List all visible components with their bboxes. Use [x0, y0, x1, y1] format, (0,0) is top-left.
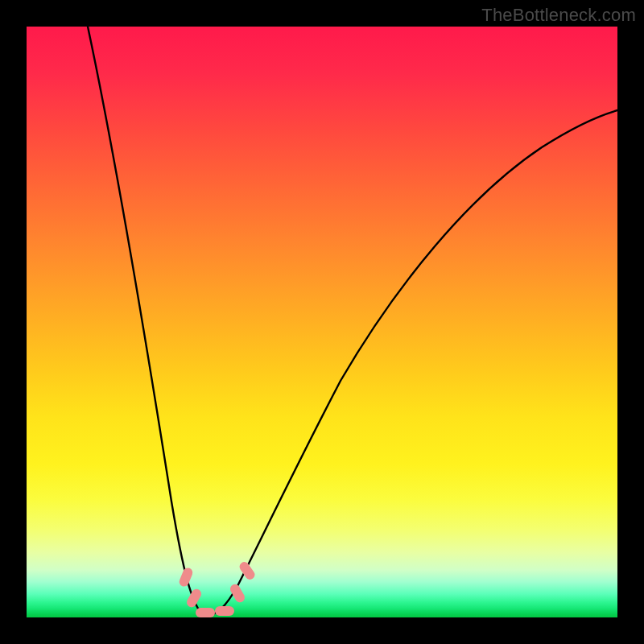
curve-left-branch — [88, 27, 205, 616]
marker-b — [185, 588, 203, 609]
curve-right-branch — [205, 110, 617, 616]
marker-e — [229, 583, 246, 605]
marker-d — [215, 606, 234, 616]
curve-group — [88, 27, 617, 616]
chart-frame: TheBottleneck.com — [0, 0, 644, 644]
chart-svg — [27, 27, 617, 617]
marker-a — [178, 567, 194, 588]
marker-c — [196, 608, 215, 617]
plot-area — [27, 27, 617, 617]
watermark-text: TheBottleneck.com — [481, 5, 636, 26]
